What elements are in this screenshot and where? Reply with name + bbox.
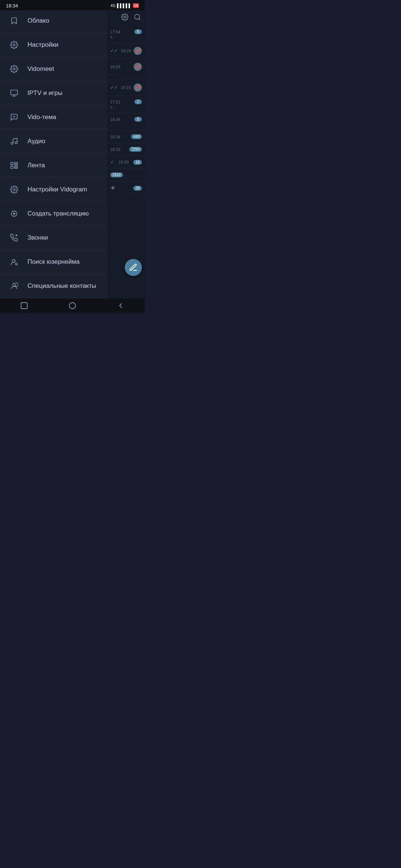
chat-item-5[interactable]: 17:512 у... — [107, 96, 145, 113]
svg-point-36 — [69, 303, 76, 309]
music-icon — [7, 135, 21, 148]
compose-fab[interactable] — [125, 259, 142, 276]
feed-icon — [7, 159, 21, 172]
svg-rect-8 — [11, 162, 13, 165]
chat-item-11[interactable]: 👁28 — [107, 181, 145, 195]
battery-badge: 14 — [133, 3, 139, 8]
svg-point-32 — [124, 16, 126, 18]
status-time: 18:34 — [6, 3, 18, 9]
nav-back-button[interactable] — [117, 302, 125, 310]
chat-item-4[interactable]: ✓✓16:15📌 — [107, 80, 145, 96]
svg-line-20 — [17, 264, 17, 265]
chat-item-10[interactable]: 2910 — [107, 169, 145, 181]
signal-icon: ▌▌▌▌▌ — [117, 3, 131, 8]
sidebar-item-zvonki[interactable]: Звонки — [0, 226, 107, 250]
chat-item-6[interactable]: 18:345 ... — [107, 113, 145, 131]
sidebar-item-iptv[interactable]: IPTV и игры — [0, 81, 107, 105]
status-icons: 4G ▌▌▌▌▌ 14 — [111, 3, 139, 8]
svg-point-13 — [13, 188, 15, 191]
settings-panel-icon[interactable] — [121, 13, 128, 23]
heart-contact-icon — [7, 279, 21, 293]
svg-point-7 — [15, 142, 17, 144]
svg-rect-9 — [11, 166, 13, 168]
main-container: Облако Настройки Vidomeet IPTV и игры — [0, 10, 145, 298]
sidebar-item-speckontakty[interactable]: Специальные контакты — [0, 274, 107, 298]
chat-item-7[interactable]: 18:34449 — [107, 131, 145, 143]
sidebar-label-vidomeet: Vidomeet — [27, 65, 54, 73]
nav-home-button[interactable] — [68, 302, 76, 310]
chat-panel-header — [107, 10, 145, 26]
svg-line-34 — [139, 19, 140, 20]
search-panel-icon[interactable] — [134, 13, 141, 23]
sidebar-label-nastrojki: Настройки — [27, 41, 58, 49]
sidebar-item-poisk-username[interactable]: Поиск юзернейма — [0, 250, 107, 274]
sidebar-label-audio: Аудио — [27, 138, 45, 145]
sidebar-label-sozdatranslyaciyu: Создать трансляцию — [27, 210, 89, 217]
svg-point-21 — [13, 283, 15, 286]
chat-gear-icon — [7, 111, 21, 124]
chat-item-1[interactable]: 17:546 х... — [107, 26, 145, 43]
svg-rect-35 — [21, 303, 27, 309]
video-rec-icon — [7, 207, 21, 220]
svg-point-15 — [13, 213, 15, 215]
sidebar-label-poisk-username: Поиск юзернейма — [27, 258, 80, 266]
monitor-icon — [7, 86, 21, 100]
bookmark-icon — [7, 14, 21, 27]
vidomeet-icon — [7, 62, 21, 76]
sidebar-label-zvonki: Звонки — [27, 234, 48, 241]
nav-square-button[interactable] — [20, 302, 28, 310]
svg-point-0 — [13, 44, 15, 46]
chat-panel: 17:546 х... ✓✓18:28📌 18:09📌 ... ✓✓16:15📌… — [107, 10, 145, 298]
svg-rect-12 — [14, 167, 17, 169]
chat-item-9[interactable]: ✓18:3316 — [107, 156, 145, 169]
sidebar-item-audio[interactable]: Аудио — [0, 129, 107, 154]
settings-icon — [7, 38, 21, 52]
sidebar-label-oblako: Облако — [27, 17, 49, 24]
sidebar-drawer: Облако Настройки Vidomeet IPTV и игры — [0, 10, 107, 298]
svg-point-6 — [11, 142, 13, 145]
settings-vidogram-icon — [7, 183, 21, 196]
svg-rect-2 — [11, 90, 17, 95]
svg-point-5 — [13, 116, 15, 117]
chat-item-3[interactable]: 18:09📌 ... — [107, 59, 145, 80]
sidebar-item-lenta[interactable]: Лента — [0, 154, 107, 178]
svg-rect-11 — [14, 165, 17, 166]
phone-log-icon — [7, 231, 21, 244]
sidebar-item-vidomeet[interactable]: Vidomeet — [0, 57, 107, 81]
sidebar-item-sozdatranslyaciyu[interactable]: Создать трансляцию — [0, 202, 107, 226]
search-user-icon — [7, 255, 21, 269]
network-icon: 4G — [111, 4, 115, 8]
svg-rect-10 — [14, 162, 17, 164]
sidebar-item-nastrojki[interactable]: Настройки — [0, 33, 107, 57]
sidebar-label-speckontakty: Специальные контакты — [27, 282, 96, 290]
sidebar-item-nastrojki-vidogram[interactable]: Настройки Vidogram — [0, 178, 107, 202]
sidebar-label-lenta: Лента — [27, 162, 45, 169]
svg-point-1 — [13, 68, 15, 70]
sidebar-item-vido-tema[interactable]: Vido-тема — [0, 105, 107, 129]
chat-item-8[interactable]: 18:337294 — [107, 143, 145, 156]
bottom-nav — [0, 298, 145, 313]
sidebar-label-vido-tema: Vido-тема — [27, 114, 56, 121]
status-bar: 18:34 4G ▌▌▌▌▌ 14 — [0, 0, 145, 10]
chat-item-2[interactable]: ✓✓18:28📌 — [107, 43, 145, 59]
sidebar-item-oblako[interactable]: Облако — [0, 10, 107, 33]
sidebar-label-nastrojki-vidogram: Настройки Vidogram — [27, 186, 87, 193]
svg-point-18 — [12, 260, 15, 262]
sidebar-label-iptv: IPTV и игры — [27, 89, 62, 97]
